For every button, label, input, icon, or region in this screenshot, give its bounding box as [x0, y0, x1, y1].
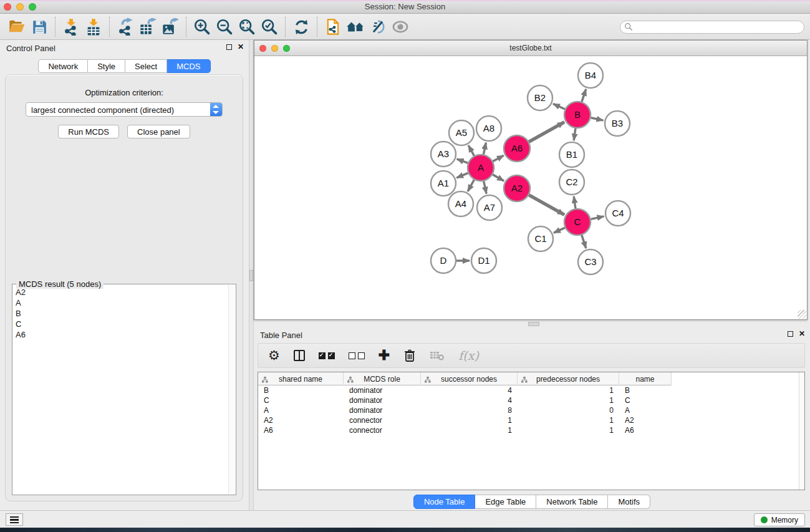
- tab-node-table[interactable]: Node Table: [413, 495, 476, 509]
- export-network-button[interactable]: [114, 16, 137, 37]
- memory-button[interactable]: Memory: [754, 513, 805, 526]
- cell-shared-name[interactable]: C: [258, 395, 344, 405]
- cell-successor-nodes[interactable]: 8: [421, 405, 518, 415]
- select-all-columns-button[interactable]: [319, 348, 335, 363]
- import-table-button[interactable]: [82, 16, 105, 37]
- result-item[interactable]: A: [13, 297, 228, 308]
- edge-A-A4[interactable]: [468, 180, 474, 191]
- cell-name[interactable]: A2: [619, 415, 672, 425]
- cell-successor-nodes[interactable]: 4: [421, 385, 518, 395]
- zoom-fit-button[interactable]: [236, 16, 258, 37]
- graph-node-A7[interactable]: A7: [477, 195, 502, 220]
- cell-name[interactable]: A: [619, 405, 672, 415]
- edge-A-A2[interactable]: [493, 175, 504, 181]
- tab-edge-table[interactable]: Edge Table: [475, 495, 536, 509]
- graph-node-C[interactable]: C: [564, 209, 591, 235]
- network-graph[interactable]: B4B2BB3A5A8A6A3AB1A1A2C2A4A7C4CC1C3DD1: [254, 57, 807, 319]
- result-scrollbar[interactable]: [228, 285, 235, 494]
- cell-name[interactable]: B: [619, 385, 672, 395]
- edge-B-B1[interactable]: [574, 128, 576, 140]
- network-canvas[interactable]: B4B2BB3A5A8A6A3AB1A1A2C2A4A7C4CC1C3DD1: [254, 57, 807, 319]
- splitter-grip[interactable]: [528, 322, 539, 326]
- tab-motifs[interactable]: Motifs: [608, 495, 650, 509]
- cell-predecessor-nodes[interactable]: 1: [518, 415, 619, 425]
- graph-node-A8[interactable]: A8: [476, 116, 501, 141]
- float-panel-icon[interactable]: [226, 44, 232, 50]
- graph-node-C3[interactable]: C3: [578, 249, 603, 274]
- cell-predecessor-nodes[interactable]: 1: [518, 395, 619, 405]
- cell-MCDS-role[interactable]: connector: [344, 425, 421, 435]
- table-scrollbar[interactable]: [799, 372, 804, 490]
- result-item[interactable]: B: [13, 308, 228, 319]
- cell-shared-name[interactable]: A2: [258, 415, 344, 425]
- edge-A-A1[interactable]: [456, 173, 468, 178]
- result-item[interactable]: A2: [13, 287, 228, 297]
- graph-node-B2[interactable]: B2: [528, 85, 552, 110]
- splitter-grip[interactable]: [249, 270, 253, 281]
- cell-successor-nodes[interactable]: 4: [421, 395, 518, 405]
- criterion-dropdown[interactable]: largest connected component (directed): [26, 102, 223, 117]
- export-table-button[interactable]: [137, 16, 159, 37]
- horizontal-splitter[interactable]: [254, 321, 810, 327]
- refresh-button[interactable]: [290, 16, 312, 37]
- edge-A-A3[interactable]: [457, 159, 468, 163]
- edge-A-A8[interactable]: [483, 143, 486, 155]
- table-row[interactable]: A2connector11A2: [258, 415, 804, 425]
- cell-shared-name[interactable]: A: [258, 405, 344, 415]
- graph-node-A2[interactable]: A2: [504, 175, 530, 201]
- graph-node-D1[interactable]: D1: [471, 248, 496, 273]
- column-header-predecessor-nodes[interactable]: predecessor nodes: [518, 372, 619, 385]
- birdseye-view-button[interactable]: [389, 16, 412, 37]
- cell-predecessor-nodes[interactable]: 1: [518, 385, 619, 395]
- cell-MCDS-role[interactable]: dominator: [344, 385, 421, 395]
- column-header-MCDS-role[interactable]: MCDS role: [344, 372, 421, 385]
- edge-A2-C[interactable]: [529, 195, 564, 215]
- export-image-button[interactable]: [159, 16, 181, 37]
- hide-labels-button[interactable]: [367, 16, 389, 37]
- deselect-all-columns-button[interactable]: [349, 348, 365, 363]
- table-settings-button[interactable]: ⚙: [268, 348, 280, 363]
- graph-node-A3[interactable]: A3: [431, 142, 456, 167]
- edge-C-C4[interactable]: [591, 216, 604, 220]
- edge-B-B4[interactable]: [582, 89, 586, 102]
- zoom-in-button[interactable]: [191, 16, 213, 37]
- window-resize-grip[interactable]: [798, 310, 806, 319]
- tab-network[interactable]: Network: [38, 59, 88, 73]
- tab-mcds[interactable]: MCDS: [167, 59, 210, 73]
- delete-column-button[interactable]: [403, 348, 416, 363]
- close-panel-button[interactable]: Close panel: [127, 125, 190, 138]
- run-mcds-button[interactable]: Run MCDS: [58, 125, 119, 138]
- cell-name[interactable]: C: [619, 395, 672, 405]
- result-item[interactable]: C: [13, 319, 228, 329]
- create-column-button[interactable]: ✚: [378, 348, 390, 363]
- column-header-name[interactable]: name: [619, 372, 672, 385]
- column-header-shared-name[interactable]: shared name: [258, 372, 344, 385]
- graph-node-D[interactable]: D: [431, 248, 456, 273]
- edge-C-C3[interactable]: [582, 235, 586, 248]
- graph-node-A6[interactable]: A6: [504, 135, 530, 162]
- tab-style[interactable]: Style: [88, 59, 125, 73]
- node-table[interactable]: shared nameMCDS rolesuccessor nodesprede…: [258, 372, 805, 490]
- graph-node-B[interactable]: B: [564, 102, 591, 128]
- graph-node-A4[interactable]: A4: [448, 191, 473, 216]
- edge-B-B2[interactable]: [553, 104, 565, 109]
- result-item[interactable]: A6: [13, 329, 228, 340]
- close-panel-icon[interactable]: ✕: [238, 44, 244, 50]
- edge-C-C1[interactable]: [554, 228, 565, 233]
- cell-successor-nodes[interactable]: 1: [421, 415, 518, 425]
- graph-node-A5[interactable]: A5: [449, 120, 474, 145]
- cell-name[interactable]: A6: [619, 425, 672, 435]
- graph-node-C1[interactable]: C1: [528, 226, 553, 251]
- cell-predecessor-nodes[interactable]: 0: [518, 405, 619, 415]
- cell-MCDS-role[interactable]: connector: [344, 415, 421, 425]
- cell-shared-name[interactable]: A6: [258, 425, 344, 435]
- table-row[interactable]: Bdominator41B: [258, 385, 804, 395]
- edge-A-A7[interactable]: [484, 181, 486, 193]
- cell-predecessor-nodes[interactable]: 1: [518, 425, 619, 435]
- zoom-out-button[interactable]: [213, 16, 236, 37]
- import-network-button[interactable]: [60, 16, 82, 37]
- cell-successor-nodes[interactable]: 1: [421, 425, 518, 435]
- edge-A6-B[interactable]: [529, 122, 564, 142]
- edge-B-B3[interactable]: [591, 118, 603, 120]
- save-session-button[interactable]: [28, 16, 51, 37]
